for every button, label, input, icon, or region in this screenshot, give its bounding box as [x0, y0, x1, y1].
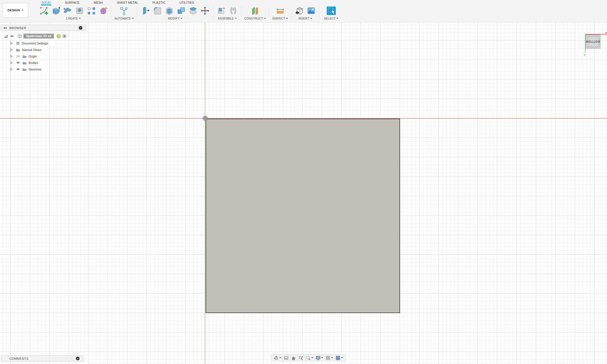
grid-and-snaps-button[interactable]	[326, 356, 333, 360]
look-at-button[interactable]	[284, 356, 288, 360]
top-toolbar: DESIGN SOLID SURFACE MESH SHEET METAL PL…	[0, 0, 607, 22]
ribbon-group-assemble: ASSEMBLE	[213, 0, 241, 22]
chevron-down-icon	[310, 18, 312, 19]
inspect-group-label[interactable]: INSPECT	[272, 17, 288, 20]
origin-point[interactable]	[203, 116, 208, 121]
collapse-panel-icon[interactable]	[3, 27, 7, 29]
ribbon-group-modify: MODIFY	[137, 0, 213, 22]
chevron-down-icon	[22, 10, 23, 11]
chevron-down-icon	[337, 18, 338, 19]
browser-item-label: Named Views	[22, 48, 41, 52]
press-pull-icon[interactable]	[141, 6, 150, 16]
folder-icon	[22, 55, 27, 58]
visibility-eye-icon[interactable]	[16, 61, 20, 64]
expand-arrow-icon[interactable]	[10, 55, 13, 58]
grid-icon	[326, 356, 330, 360]
measure-icon[interactable]	[275, 6, 285, 16]
comments-bar[interactable]: COMMENTS	[1, 356, 83, 361]
browser-header: BROWSER	[1, 25, 86, 31]
modify-group-label[interactable]: MODIFY	[168, 17, 183, 20]
browser-item-document-settings[interactable]: Document Settings	[10, 40, 54, 46]
create-sketch-icon[interactable]	[39, 6, 49, 16]
construct-group-label[interactable]: CONSTRUCT	[244, 17, 266, 20]
expand-arrow-icon[interactable]	[10, 48, 13, 52]
zoom-button[interactable]	[298, 356, 303, 360]
expand-arrow-icon[interactable]	[10, 42, 13, 45]
orbit-button[interactable]	[274, 356, 281, 360]
fillet-icon[interactable]	[153, 6, 162, 16]
shell-icon[interactable]	[164, 6, 174, 16]
fit-button[interactable]	[306, 356, 313, 360]
browser-title: BROWSER	[9, 26, 26, 30]
browser-item-bodies[interactable]: Bodies	[10, 60, 45, 65]
browser-root-row[interactable]: Spiderman 2D v4 D	[4, 33, 66, 39]
viewcube-face-label: BOTTOM	[586, 40, 600, 43]
automate-icon[interactable]	[119, 6, 129, 16]
chevron-down-icon	[286, 18, 288, 19]
viewports-button[interactable]	[335, 356, 343, 360]
zoom-icon	[298, 356, 303, 360]
browser-item-label: Sketches	[29, 68, 41, 71]
visibility-eye-icon[interactable]	[16, 68, 20, 71]
browser-item-label: Bodies	[29, 61, 38, 65]
select-icon[interactable]	[326, 6, 336, 16]
component-focus-icon[interactable]	[63, 34, 66, 38]
chevron-down-icon	[264, 18, 266, 19]
expand-arrow-icon[interactable]	[10, 61, 13, 65]
display-settings-button[interactable]	[316, 356, 323, 360]
chevron-down-icon	[311, 357, 313, 358]
expand-arrow-icon[interactable]	[10, 68, 13, 71]
sketch-body-square[interactable]	[206, 119, 400, 313]
comments-label: COMMENTS	[9, 357, 28, 360]
chevron-down-icon	[341, 357, 343, 358]
assemble-group-label[interactable]: ASSEMBLE	[218, 17, 237, 20]
viewcube[interactable]: BOTTOM X Y	[582, 31, 607, 68]
active-component-marker-icon	[4, 34, 8, 38]
look-at-icon	[284, 356, 288, 360]
combine-icon[interactable]	[176, 6, 186, 16]
create-group-label[interactable]: CREATE	[66, 17, 81, 20]
design-menu-button[interactable]: DESIGN	[3, 3, 28, 18]
chevron-down-icon	[181, 18, 182, 19]
insert-group-label[interactable]: INSERT	[298, 17, 312, 20]
extrude-icon[interactable]	[51, 6, 61, 16]
viewcube-y-label: Y	[584, 53, 586, 57]
design-menu-label: DESIGN	[7, 8, 20, 12]
revolve-icon[interactable]	[63, 6, 72, 16]
browser-item-origin[interactable]: Origin	[10, 53, 45, 59]
visibility-off-eye-icon[interactable]	[16, 55, 20, 58]
ribbon-group-automate: AUTOMATE	[111, 0, 137, 22]
construction-plane-icon[interactable]	[250, 6, 260, 16]
browser-item-label: Document Settings	[22, 42, 48, 45]
browser-item-named-views[interactable]: Named Views	[10, 47, 47, 52]
ribbon: CREATE	[36, 0, 343, 22]
split-body-icon[interactable]	[188, 6, 198, 16]
pan-button[interactable]	[291, 356, 296, 360]
insert-derive-icon[interactable]	[294, 6, 304, 16]
chevron-down-icon	[79, 18, 81, 19]
browser-item-sketches[interactable]: Sketches	[10, 67, 46, 72]
joint-icon[interactable]	[228, 6, 238, 16]
browser-item-label: Origin	[29, 55, 37, 58]
document-name[interactable]: Spiderman 2D v4	[23, 34, 54, 38]
create-form-icon[interactable]	[99, 6, 108, 16]
viewcube-face-bottom[interactable]: BOTTOM	[585, 35, 600, 49]
visibility-eye-icon[interactable]	[10, 35, 14, 38]
hub-badge[interactable]: D	[57, 34, 61, 38]
add-comment-icon[interactable]	[76, 357, 80, 360]
chevron-down-icon	[279, 357, 281, 358]
move-copy-icon[interactable]	[200, 6, 210, 16]
viewports-icon	[335, 356, 340, 360]
automate-group-label[interactable]: AUTOMATE	[114, 17, 133, 20]
new-component-icon[interactable]	[217, 6, 226, 16]
canvas-icon[interactable]	[306, 6, 316, 16]
modeling-canvas[interactable]: BOTTOM X Y BROWSER	[0, 22, 607, 364]
remove-icon[interactable]	[79, 26, 82, 30]
chevron-down-icon	[321, 357, 323, 358]
select-group-label[interactable]: SELECT	[324, 17, 338, 20]
display-settings-icon	[316, 356, 320, 360]
rectangular-pattern-icon[interactable]	[87, 6, 96, 16]
chevron-down-icon	[132, 18, 134, 19]
ribbon-group-select: SELECT	[319, 0, 343, 22]
hole-icon[interactable]	[75, 6, 84, 16]
